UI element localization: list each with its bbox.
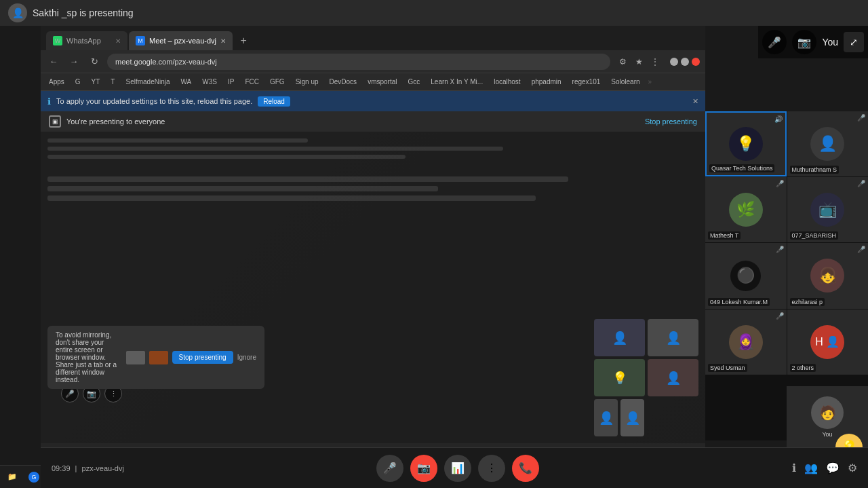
participant-tile-077: 📺 077_SABARISH 🎤 <box>787 177 869 242</box>
stop-presenting-link[interactable]: Stop presenting <box>645 117 697 126</box>
muted-icon-ezhil: 🎤 <box>857 246 865 253</box>
you-label: You <box>822 431 832 438</box>
participant-name-others: 2 others <box>790 364 816 372</box>
address-input[interactable] <box>107 54 610 70</box>
bookmark-button[interactable]: ★ <box>632 55 646 69</box>
mini-tile-6-avatar: 👤 <box>620 399 644 436</box>
people-icon[interactable]: 👥 <box>804 462 818 474</box>
meeting-time: 09:39 <box>52 464 71 472</box>
mini-tile-3-avatar: 💡 <box>594 359 645 396</box>
notification-img-1 <box>126 351 145 364</box>
top-right-controls: 🎤 📷 You ⤢ <box>758 26 868 58</box>
bookmark-gfg[interactable]: GFG <box>267 77 288 87</box>
bookmark-ip[interactable]: IP <box>225 77 237 87</box>
bottom-right-controls: ℹ 👥 💬 ⚙ <box>792 462 857 474</box>
presenter-avatar: 👤 <box>8 3 27 22</box>
tab-whatsapp-close[interactable]: ✕ <box>115 37 121 45</box>
mute-button[interactable]: 🎤 <box>762 30 787 54</box>
bookmark-signup[interactable]: Sign up <box>293 77 321 87</box>
chat-icon[interactable]: 💬 <box>826 462 840 474</box>
window-controls <box>670 58 700 66</box>
tab-meet-close[interactable]: ✕ <box>220 37 226 45</box>
mic-control-button[interactable]: 🎤 <box>376 455 403 482</box>
reload-notification-button[interactable]: Reload <box>258 96 290 107</box>
participant-avatar-077: 📺 <box>810 193 844 227</box>
participant-tile-muthura: 👤 Muthurathnam S 🎤 <box>787 111 869 176</box>
meet-content: 🎤 📷 You ⤢ W WhatsApp ✕ M Meet – pzx-veau… <box>41 26 868 488</box>
you-avatar: 🧑 <box>811 396 844 429</box>
taskbar-files[interactable]: 📁 <box>3 468 22 487</box>
info-icon[interactable]: ℹ <box>792 462 796 474</box>
mini-tile-6: 👤 <box>620 399 644 436</box>
bookmark-gcc[interactable]: Gcc <box>405 77 422 87</box>
participant-name-077: 077_SABARISH <box>790 231 839 240</box>
bookmark-sololearn[interactable]: Sololearn <box>608 77 642 87</box>
ignore-button[interactable]: Ignore <box>237 354 256 361</box>
mic-icon-syed: 🎤 <box>776 312 784 320</box>
video-button[interactable]: 📷 <box>792 30 816 54</box>
close-button[interactable] <box>692 58 700 66</box>
camera-control-button[interactable]: 📷 <box>410 455 437 482</box>
back-button[interactable]: ← <box>46 54 61 69</box>
extensions-button[interactable]: ⚙ <box>616 55 629 69</box>
new-tab-button[interactable]: + <box>234 31 253 50</box>
screen-share-button[interactable]: 📊 <box>444 455 471 482</box>
mini-tile-row-2: 💡 👤 <box>594 359 698 396</box>
muted-icon-lokesh: 🎤 <box>776 246 784 253</box>
maximize-button[interactable] <box>681 58 689 66</box>
bottom-notification-actions: Stop presenting Ignore <box>126 351 256 364</box>
muted-icon-077: 🎤 <box>857 180 865 187</box>
address-bar: ← → ↻ ⚙ ★ ⋮ <box>41 50 705 73</box>
participant-tile-lokesh: ⚫ 049 Lokesh Kumar.M 🎤 <box>705 243 787 308</box>
mini-tile-2: 👤 <box>648 319 698 356</box>
browser-actions: ⚙ ★ ⋮ <box>616 55 662 69</box>
browser-tab-bar: W WhatsApp ✕ M Meet – pzx-veau-dvj ✕ + <box>41 26 705 50</box>
bookmark-localhost[interactable]: localhost <box>491 77 523 87</box>
stop-presenting-notification-button[interactable]: Stop presenting <box>172 351 233 364</box>
tab-whatsapp[interactable]: W WhatsApp ✕ <box>46 31 127 50</box>
meet-bottom-bar: 09:39 | pzx-veau-dvj 🎤 📷 📊 ⋮ 📞 ℹ 👥 💬 ⚙ <box>41 447 868 488</box>
activity-icon[interactable]: ⚙ <box>848 462 857 474</box>
notification-text: To apply your updated settings to this s… <box>56 97 252 105</box>
participant-avatar-others: H 👤 <box>810 325 844 359</box>
bookmark-g[interactable]: G <box>73 77 83 87</box>
bookmark-wa[interactable]: WA <box>178 77 195 87</box>
participant-avatar-syed: 🧕 <box>729 325 763 359</box>
notification-bar: ℹ To apply your updated settings to this… <box>41 91 705 111</box>
meet-area: 🎤 📷 You ⤢ W WhatsApp ✕ M Meet – pzx-veau… <box>41 26 868 488</box>
meeting-code: pzx-veau-dvj <box>82 464 124 472</box>
participant-tile-mathesh: 🌿 Mathesh T 🎤 <box>705 177 787 242</box>
bookmark-yt[interactable]: YT <box>89 77 103 87</box>
bookmark-apps[interactable]: Apps <box>46 77 67 87</box>
bookmark-selfmade[interactable]: SelfmadeNinja <box>123 77 172 87</box>
notification-close-button[interactable]: ✕ <box>692 97 698 106</box>
shared-screen-area: W WhatsApp ✕ M Meet – pzx-veau-dvj ✕ + ←… <box>41 26 705 447</box>
tab-meet[interactable]: M Meet – pzx-veau-dvj ✕ <box>129 31 233 50</box>
more-options-button[interactable]: ⋮ <box>478 455 505 482</box>
bookmark-regex[interactable]: regex101 <box>570 77 604 87</box>
participant-name-ezhil: ezhilarasi p <box>790 298 825 306</box>
presenting-bar: ▣ You're presenting to everyone Stop pre… <box>41 111 705 132</box>
reload-button[interactable]: ↻ <box>87 54 102 69</box>
participant-avatar-ezhil: 👧 <box>810 259 844 293</box>
bookmark-phpadmin[interactable]: phpadmin <box>529 77 564 87</box>
expand-button[interactable]: ⤢ <box>844 32 864 52</box>
bookmark-vmsportal[interactable]: vmsportal <box>365 77 399 87</box>
bookmark-t[interactable]: T <box>108 77 117 87</box>
bookmark-devdocs[interactable]: DevDocs <box>327 77 360 87</box>
forward-button[interactable]: → <box>66 54 81 69</box>
bottom-notification-text: To avoid mirroring, don't share your ent… <box>56 331 121 383</box>
menu-button[interactable]: ⋮ <box>648 55 662 69</box>
bookmark-fcc[interactable]: FCC <box>242 77 262 87</box>
end-call-button[interactable]: 📞 <box>512 455 539 482</box>
presenter-name: Sakthi _sp is presenting <box>33 7 134 18</box>
bottom-controls: 🎤 📷 📊 ⋮ 📞 <box>376 455 539 482</box>
mini-tile-row-1: 👤 👤 <box>594 319 698 356</box>
bookmark-overflow: » <box>648 78 652 86</box>
presenting-text: You're presenting to everyone <box>66 117 165 126</box>
notification-img-2 <box>149 351 168 364</box>
bookmark-w3s[interactable]: W3S <box>199 77 220 87</box>
bookmark-learnx[interactable]: Learn X In Y Mi... <box>428 77 486 87</box>
muted-icon-mathesh: 🎤 <box>776 180 784 187</box>
minimize-button[interactable] <box>670 58 678 66</box>
